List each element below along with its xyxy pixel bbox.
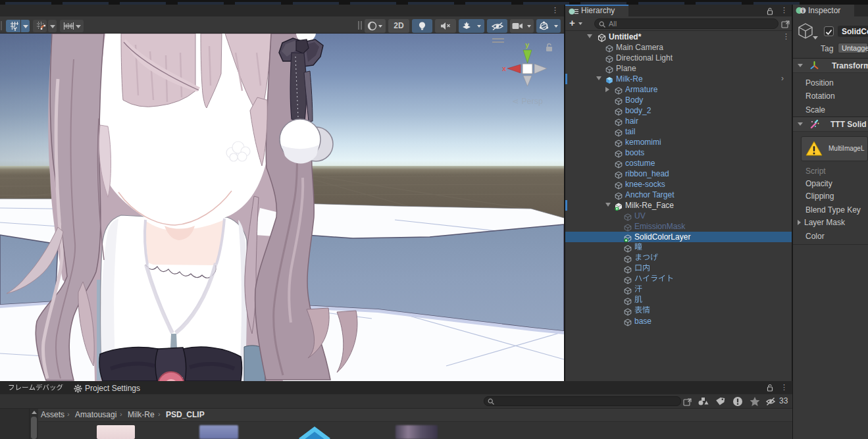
svg-text:⋖ Persp: ⋖ Persp [512,97,543,106]
svg-text:x: x [502,65,507,72]
svg-text:y: y [525,41,530,49]
